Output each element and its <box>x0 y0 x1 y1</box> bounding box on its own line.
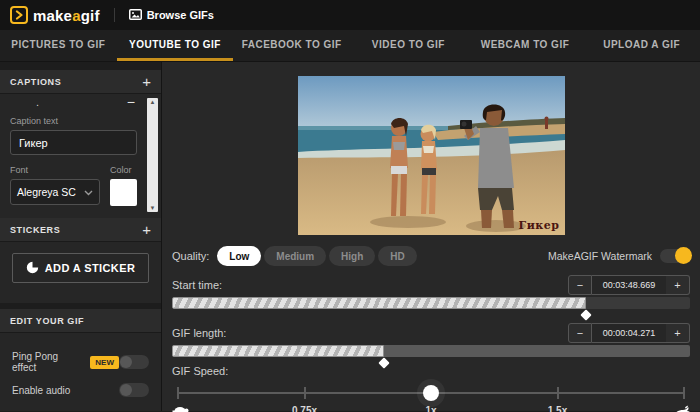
browse-gifs-button[interactable]: Browse GIFs <box>129 9 214 22</box>
browse-gifs-label: Browse GIFs <box>147 9 214 21</box>
main-area: Гикер Quality: Low Medium High HD MakeAG… <box>162 62 700 411</box>
gif-length-fill <box>172 345 384 357</box>
color-swatch[interactable] <box>110 179 137 206</box>
rabbit-icon <box>672 403 692 412</box>
color-label: Color <box>110 165 137 175</box>
gif-speed-handle[interactable] <box>423 385 439 401</box>
speed-tick-075 <box>304 387 306 399</box>
quality-hd-button[interactable]: HD <box>378 246 416 266</box>
quality-high-button[interactable]: High <box>329 246 375 266</box>
add-a-sticker-label: ADD A STICKER <box>45 262 136 274</box>
tab-webcam-to-gif[interactable]: WEBCAM TO GIF <box>467 30 584 61</box>
audio-toggle[interactable] <box>119 383 149 397</box>
stickers-title: STICKERS <box>10 225 60 235</box>
stickers-panel-body: ADD A STICKER <box>0 242 161 303</box>
speed-mark-1[interactable]: 1x <box>425 405 436 412</box>
gif-speed-group: GIF Speed: 0.75x 1x 1.5x <box>172 365 690 412</box>
tab-video-to-gif[interactable]: VIDEO TO GIF <box>350 30 467 61</box>
start-time-handle[interactable] <box>581 309 592 320</box>
enable-audio-label: Enable audio <box>12 385 70 396</box>
gif-length-plus-button[interactable]: + <box>666 323 690 343</box>
add-caption-button[interactable]: + <box>142 74 151 89</box>
start-time-minus-button[interactable]: − <box>568 275 592 295</box>
speed-tick-15 <box>557 387 559 399</box>
font-select-value: Alegreya SC <box>17 186 76 198</box>
edit-gif-panel-body: Ping Pong effect NEW Enable audio <box>0 333 161 411</box>
tab-pictures-to-gif[interactable]: PICTURES TO GIF <box>0 30 117 61</box>
quality-low-button[interactable]: Low <box>217 246 261 266</box>
caption-text-input[interactable] <box>10 130 137 155</box>
add-a-sticker-button[interactable]: ADD A STICKER <box>12 253 149 283</box>
add-sticker-plus-button[interactable]: + <box>142 222 151 237</box>
pingpong-toggle[interactable] <box>119 355 149 369</box>
gif-length-label: GIF length: <box>172 327 226 343</box>
watermark-toggle-knob <box>675 247 692 264</box>
edit-gif-panel-header: EDIT YOUR GIF <box>0 309 161 333</box>
remove-caption-button[interactable]: − <box>127 95 135 109</box>
video-preview: Гикер <box>298 76 565 235</box>
font-label: Font <box>10 165 100 175</box>
captions-scrollbar[interactable]: ▲ ▼ <box>147 98 158 212</box>
logo-text: makeagif <box>33 7 100 24</box>
start-time-group: Start time: − 00:03:48.669 + <box>172 273 690 309</box>
gif-speed-label: GIF Speed: <box>172 365 690 377</box>
gif-length-value[interactable]: 00:00:04.271 <box>592 323 666 343</box>
speed-tick-min <box>177 387 179 399</box>
scroll-down-icon[interactable]: ▼ <box>150 205 156 211</box>
gif-length-minus-button[interactable]: − <box>568 323 592 343</box>
image-icon <box>129 9 142 22</box>
caption-text-label: Caption text <box>10 116 137 126</box>
app-header: makeagif Browse GIFs <box>0 0 700 30</box>
play-arrow-icon <box>10 6 28 24</box>
watermark-toggle[interactable] <box>660 249 690 263</box>
gif-length-track[interactable] <box>172 345 690 357</box>
video-caption-overlay: Гикер <box>519 219 560 232</box>
quality-medium-button[interactable]: Medium <box>264 246 326 266</box>
tab-youtube-to-gif[interactable]: YOUTUBE TO GIF <box>117 30 234 61</box>
speed-mark-15[interactable]: 1.5x <box>548 405 567 412</box>
captions-title: CAPTIONS <box>10 77 61 87</box>
sidebar: CAPTIONS + . − Caption text Font Alegrey… <box>0 62 162 411</box>
tab-facebook-to-gif[interactable]: FACEBOOK TO GIF <box>233 30 350 61</box>
turtle-icon <box>172 403 189 412</box>
gif-length-group: GIF length: − 00:00:04.271 + <box>172 321 690 357</box>
quality-label: Quality: <box>172 250 209 262</box>
caption-list-item[interactable]: . − <box>0 94 161 110</box>
watermark-label: MakeAGIF Watermark <box>548 250 652 262</box>
captions-panel-body: . − Caption text Font Alegreya SC <box>0 94 161 218</box>
font-select[interactable]: Alegreya SC <box>10 179 100 205</box>
start-time-stepper: − 00:03:48.669 + <box>568 275 690 295</box>
speed-mark-075[interactable]: 0.75x <box>292 405 317 412</box>
captions-panel-header: CAPTIONS + <box>0 70 161 94</box>
scroll-up-icon[interactable]: ▲ <box>150 99 156 105</box>
start-time-fill <box>172 297 586 309</box>
start-time-label: Start time: <box>172 279 222 295</box>
tab-upload-a-gif[interactable]: UPLOAD A GIF <box>583 30 700 61</box>
start-time-value[interactable]: 00:03:48.669 <box>592 275 666 295</box>
audio-toggle-knob <box>120 384 132 396</box>
caption-item-label: . <box>36 96 39 108</box>
beach-scene-image <box>298 76 565 235</box>
stickers-panel-header: STICKERS + <box>0 218 161 242</box>
speed-tick-max <box>683 387 685 399</box>
new-badge: NEW <box>90 356 119 369</box>
sticker-icon <box>26 261 39 276</box>
header-divider <box>114 8 115 22</box>
edit-gif-title: EDIT YOUR GIF <box>10 316 84 326</box>
gif-length-stepper: − 00:00:04.271 + <box>568 323 690 343</box>
start-time-track[interactable] <box>172 297 690 309</box>
start-time-plus-button[interactable]: + <box>666 275 690 295</box>
makeagif-logo[interactable]: makeagif <box>10 6 100 24</box>
ping-pong-label: Ping Pong effect <box>12 351 84 373</box>
gif-speed-slider[interactable]: 0.75x 1x 1.5x <box>178 381 684 412</box>
mode-tabbar: PICTURES TO GIF YOUTUBE TO GIF FACEBOOK … <box>0 30 700 62</box>
pingpong-toggle-knob <box>120 356 132 368</box>
chevron-down-icon <box>84 186 93 198</box>
